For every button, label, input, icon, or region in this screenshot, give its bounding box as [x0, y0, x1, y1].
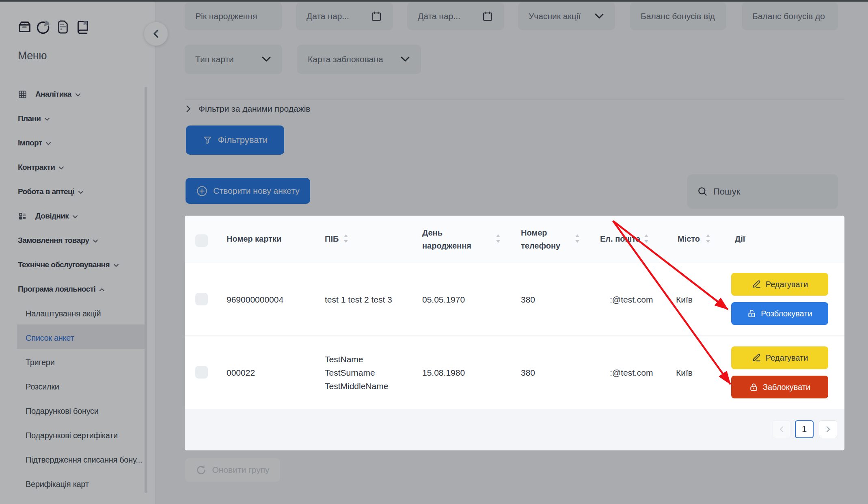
sales-filters-toggle[interactable]: Фільтри за даними продажів [186, 102, 311, 115]
sort-icon[interactable] [575, 234, 580, 243]
filter-birth-year[interactable]: Рік народження [185, 2, 282, 30]
sidebar-item-contracts[interactable]: Контракти [18, 160, 64, 175]
filter-card-blocked[interactable]: Карта заблокована [297, 45, 421, 74]
search-icon [697, 186, 708, 197]
column-header-birthday[interactable]: Деньнародження [422, 226, 471, 252]
chevron-right-icon [186, 105, 192, 112]
document-icon[interactable] [57, 19, 71, 34]
sidebar-scrollbar[interactable] [145, 87, 147, 493]
cell-city: Київ [676, 366, 693, 379]
pie-chart-icon[interactable] [36, 19, 50, 34]
pagination-prev-button[interactable] [772, 420, 790, 438]
chevron-down-icon [72, 215, 78, 218]
sidebar-item-label: Контракти [18, 163, 55, 172]
cell-phone: 380 [521, 293, 535, 306]
chevron-left-icon [152, 29, 160, 38]
chevron-left-icon [779, 426, 784, 433]
cell-card-number: 000022 [227, 366, 255, 379]
cell-city: Київ [676, 293, 693, 306]
name-line: TestMiddleName [325, 379, 388, 393]
sidebar-item-loyalty-program[interactable]: Програма лояльності [18, 282, 105, 296]
list-icon [18, 212, 27, 221]
column-header-line: телефону [521, 239, 560, 252]
plus-circle-icon [196, 185, 208, 197]
calendar-icon [370, 10, 382, 22]
column-header-line: Номер [521, 226, 560, 239]
sidebar-item-plans[interactable]: Плани [18, 111, 50, 126]
pagination-page-1[interactable]: 1 [795, 420, 814, 438]
sidebar-subitem-triggers[interactable]: Тригери [26, 355, 55, 370]
select-all-checkbox[interactable] [195, 234, 208, 247]
row-checkbox[interactable] [195, 366, 208, 379]
sort-icon[interactable] [496, 234, 501, 243]
unlock-icon [747, 309, 756, 318]
chevron-down-icon [44, 117, 50, 121]
column-header-actions: Дії [735, 232, 745, 245]
filter-bonus-balance-to[interactable]: Баланс бонусів до [742, 2, 838, 30]
sort-icon[interactable] [644, 234, 649, 243]
window-top-edge [0, 0, 868, 2]
pagination-next-button[interactable] [819, 420, 837, 438]
refresh-group-button: Оновити групу [185, 458, 280, 482]
sidebar-collapse-button[interactable] [144, 22, 168, 46]
sidebar-subitem-mailings[interactable]: Розсилки [26, 379, 59, 394]
cell-birthday: 05.05.1970 [422, 293, 465, 306]
sidebar-subitem-card-verification[interactable]: Верифікація карт [26, 477, 89, 491]
sidebar-subitem-bonus-writeoff-confirmation[interactable]: Підтвердження списання бону... [26, 452, 142, 467]
table-header: Номер картки ПІБ Деньнародження Номертел… [185, 216, 844, 263]
archive-box-icon[interactable] [18, 19, 32, 34]
filter-button[interactable]: Фільтрувати [186, 125, 284, 155]
filter-card-type[interactable]: Тип карти [185, 45, 282, 74]
column-header-phone[interactable]: Номертелефону [521, 226, 560, 252]
sidebar-item-pharmacy-work[interactable]: Робота в аптеці [18, 184, 84, 199]
cell-name: test 1 test 2 test 3 [325, 293, 392, 306]
pencil-icon [751, 353, 761, 363]
sidebar-item-goods-order[interactable]: Замовлення товару [18, 233, 98, 248]
filter-birth-date-from[interactable]: Дата нар... [296, 2, 393, 30]
sidebar-item-label: Імпорт [18, 138, 42, 147]
cell-email: :@test.com [610, 366, 653, 379]
sidebar-item-analytics[interactable]: Аналітика [18, 87, 81, 102]
filters-divider [185, 100, 844, 100]
calendar-icon [482, 10, 494, 22]
sidebar-item-import[interactable]: Імпорт [18, 136, 51, 150]
cell-name: TestNameTestSurnameTestMiddleName [325, 353, 388, 393]
chevron-down-icon [75, 93, 81, 97]
cell-birthday: 15.08.1980 [422, 366, 465, 379]
book-icon[interactable] [76, 19, 89, 34]
column-header-card-number[interactable]: Номер картки [227, 232, 281, 245]
chevron-down-icon [261, 56, 272, 63]
cell-card-number: 969000000004 [227, 293, 283, 306]
sidebar-subitem-promo-settings[interactable]: Налаштування акцій [26, 306, 101, 321]
column-header-email[interactable]: Ел. пошта [600, 232, 640, 245]
sort-icon[interactable] [343, 234, 348, 243]
sidebar-item-directory[interactable]: Довідник [18, 209, 78, 223]
funnel-icon [203, 135, 213, 145]
chevron-down-icon [113, 264, 119, 267]
chevron-down-icon [594, 13, 605, 19]
filter-bonus-balance-from[interactable]: Баланс бонусів від [630, 2, 726, 30]
edit-button[interactable]: Редагувати [731, 273, 828, 296]
cell-phone: 380 [521, 366, 535, 379]
refresh-icon [196, 465, 207, 476]
column-header-name[interactable]: ПІБ [325, 232, 339, 245]
row-separator [185, 335, 844, 336]
sidebar-item-label: Замовлення товару [18, 236, 89, 245]
edit-button[interactable]: Редагувати [731, 346, 828, 369]
sort-icon[interactable] [706, 234, 710, 243]
filter-birth-date-to[interactable]: Дата нар... [407, 2, 504, 30]
filter-promo-participant[interactable]: Учасник акції [518, 2, 615, 30]
sidebar-subitem-gift-certificates[interactable]: Подарункові сертифікати [26, 428, 118, 443]
column-header-city[interactable]: Місто [678, 232, 700, 245]
create-questionnaire-button[interactable]: Створити нову анкету [186, 178, 310, 204]
sidebar-item-label: Технічне обслуговування [18, 260, 110, 269]
sidebar-item-maintenance[interactable]: Технічне обслуговування [18, 257, 119, 272]
sidebar-subitem-questionnaire-list[interactable]: Список анкет [26, 331, 74, 345]
sidebar: Меню Аналітика Плани Імпорт Контракти Ро… [0, 2, 156, 504]
row-checkbox[interactable] [195, 293, 208, 305]
sidebar-subitem-gift-bonuses[interactable]: Подарункові бонуси [26, 404, 99, 418]
unblock-button[interactable]: Розблокувати [731, 302, 828, 325]
block-button[interactable]: Заблокувати [731, 376, 828, 398]
search-input[interactable]: Пошук [687, 174, 838, 209]
sidebar-item-label: Довідник [35, 212, 69, 221]
